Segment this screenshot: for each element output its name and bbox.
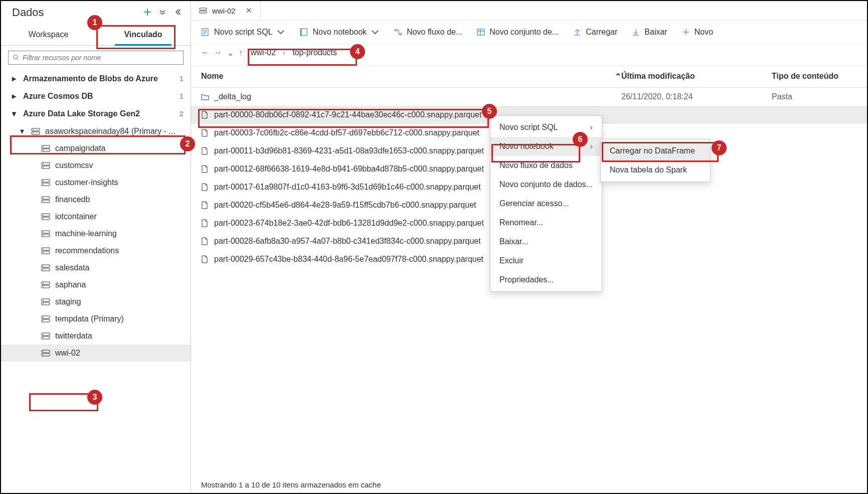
nav-up-icon[interactable]: ↑ bbox=[239, 48, 243, 58]
container-icon bbox=[41, 145, 50, 152]
tree-group[interactable]: ▸Azure Cosmos DB1 bbox=[1, 87, 191, 105]
tree-container[interactable]: staging bbox=[1, 293, 191, 310]
svg-point-40 bbox=[43, 286, 44, 287]
new-dataset-label: Novo conjunto de... bbox=[489, 28, 559, 37]
context-menu-label: Novo fluxo de dados bbox=[499, 161, 573, 170]
file-name: part-00011-b3d96b81-8369-4231-a5d1-08a93… bbox=[214, 146, 484, 155]
context-menu-item[interactable]: Baixar... bbox=[490, 232, 602, 251]
collapse-panel-icon[interactable] bbox=[173, 8, 182, 18]
tree-container[interactable]: tempdata (Primary) bbox=[1, 310, 191, 327]
tree-container-label: customer-insights bbox=[55, 178, 118, 187]
breadcrumb-leaf[interactable]: top-products bbox=[292, 48, 337, 57]
tab-linked[interactable]: Vinculado bbox=[96, 24, 191, 45]
svg-point-56 bbox=[43, 355, 44, 356]
file-name: part-00012-68f66638-1619-4e8d-b941-69bba… bbox=[214, 164, 484, 174]
tree-container[interactable]: saphana bbox=[1, 276, 191, 293]
context-menu-item[interactable]: Renomear... bbox=[490, 213, 602, 232]
new-label: Novo bbox=[695, 28, 713, 37]
container-icon bbox=[41, 179, 50, 186]
tab-workspace[interactable]: Workspace bbox=[1, 24, 96, 45]
new-dataflow-button[interactable]: Novo fluxo de... bbox=[394, 28, 462, 37]
column-modified[interactable]: Última modificação bbox=[621, 72, 772, 81]
tree-container[interactable]: twitterdata bbox=[1, 327, 191, 345]
tree-storage-account[interactable]: ▾asaworkspaceinaday84 (Primary - ... bbox=[1, 122, 191, 140]
svg-point-61 bbox=[395, 29, 397, 31]
context-menu-label: Propriedades... bbox=[499, 275, 554, 284]
tree-container-label: twitterdata bbox=[55, 332, 92, 341]
tree-container[interactable]: campaigndata bbox=[1, 140, 191, 157]
callout-1: 1 bbox=[87, 15, 102, 30]
column-content-type[interactable]: Tipo de conteúdo bbox=[772, 72, 857, 81]
callout-3: 3 bbox=[87, 390, 102, 405]
linked-tree: ▸Armazenamento de Blobs do Azure1▸Azure … bbox=[1, 70, 191, 493]
upload-button[interactable]: Carregar bbox=[573, 28, 617, 37]
breadcrumb-root[interactable]: wwi-02 bbox=[251, 48, 276, 57]
tree-group[interactable]: ▸Armazenamento de Blobs do Azure1 bbox=[1, 70, 191, 87]
tree-container[interactable]: machine-learning bbox=[1, 225, 191, 242]
nav-history-icon[interactable]: ⌄ bbox=[227, 48, 234, 58]
tree-group[interactable]: ▾Azure Data Lake Storage Gen22 bbox=[1, 105, 191, 122]
context-submenu-item[interactable]: Nova tabela do Spark bbox=[601, 160, 710, 180]
context-menu-item[interactable]: Propriedades... bbox=[490, 270, 602, 289]
download-button[interactable]: Baixar bbox=[631, 28, 667, 37]
tree-container[interactable]: financedb bbox=[1, 191, 191, 208]
close-icon[interactable]: ✕ bbox=[246, 6, 252, 15]
svg-point-62 bbox=[400, 33, 402, 35]
tree-container[interactable]: salesdata bbox=[1, 259, 191, 276]
container-icon bbox=[41, 213, 50, 220]
file-icon bbox=[201, 237, 209, 245]
new-dataflow-label: Novo fluxo de... bbox=[407, 28, 462, 37]
tree-container[interactable]: iotcontainer bbox=[1, 208, 191, 225]
svg-point-31 bbox=[43, 249, 44, 250]
new-notebook-button[interactable]: Novo notebook bbox=[299, 28, 380, 37]
tree-group-label: Azure Cosmos DB bbox=[23, 92, 93, 101]
tree-container[interactable]: wwi-02 bbox=[1, 345, 191, 362]
upload-icon bbox=[573, 28, 582, 37]
add-icon[interactable] bbox=[143, 8, 151, 18]
tree-container[interactable]: recommendations bbox=[1, 242, 191, 259]
nav-forward-icon[interactable]: → bbox=[214, 48, 222, 58]
document-tab-bar: wwi-02 ✕ bbox=[191, 1, 867, 21]
file-grid-header: Nome⌃ Última modificação Tipo de conteúd… bbox=[191, 66, 867, 88]
svg-point-3 bbox=[33, 129, 34, 130]
tree-container[interactable]: customcsv bbox=[1, 157, 191, 174]
new-sql-script-button[interactable]: Novo script SQL bbox=[201, 28, 285, 37]
new-dataset-button[interactable]: Novo conjunto de... bbox=[476, 28, 559, 37]
tree-group-count: 2 bbox=[177, 109, 184, 118]
tree-container-label: iotcontainer bbox=[55, 212, 97, 221]
svg-rect-60 bbox=[301, 29, 307, 36]
context-submenu-item[interactable]: Carregar no DataFrame bbox=[601, 141, 710, 160]
context-menu-label: Renomear... bbox=[499, 218, 543, 227]
container-icon bbox=[41, 333, 50, 340]
callout-4: 4 bbox=[350, 44, 365, 59]
flow-icon bbox=[394, 28, 403, 37]
svg-point-48 bbox=[43, 320, 44, 321]
container-icon bbox=[41, 247, 50, 254]
filter-resources-input[interactable] bbox=[23, 54, 179, 62]
file-row[interactable]: _delta_log26/11/2020, 0:18:24Pasta bbox=[191, 88, 867, 106]
file-name: part-00020-cf5b45e6-d864-4e28-9a59-f15ff… bbox=[214, 201, 476, 210]
expand-all-icon[interactable] bbox=[158, 8, 166, 18]
filter-resources-input-wrap[interactable] bbox=[8, 51, 184, 65]
tree-container[interactable]: customer-insights bbox=[1, 174, 191, 191]
file-name: part-00028-6afb8a30-a957-4a07-b8b0-c341e… bbox=[214, 237, 481, 246]
new-button[interactable]: Novo bbox=[681, 28, 713, 37]
context-menu-item[interactable]: Novo fluxo de dados bbox=[490, 156, 602, 175]
breadcrumb: wwi-02 › top-products bbox=[249, 47, 339, 58]
tree-container-label: wwi-02 bbox=[55, 349, 80, 358]
chevron-right-icon: › bbox=[283, 48, 285, 57]
callout-7: 7 bbox=[712, 140, 727, 155]
column-name[interactable]: Nome⌃ bbox=[201, 72, 621, 81]
svg-point-52 bbox=[43, 338, 44, 339]
upload-label: Carregar bbox=[586, 28, 617, 37]
nav-back-icon[interactable]: ← bbox=[201, 48, 209, 58]
container-icon bbox=[41, 196, 50, 203]
svg-rect-63 bbox=[477, 29, 484, 35]
download-label: Baixar bbox=[644, 28, 667, 37]
toolbar: Novo script SQL Novo notebook Novo fluxo… bbox=[191, 21, 867, 44]
document-tab-wwi02[interactable]: wwi-02 ✕ bbox=[191, 1, 261, 20]
context-menu-item[interactable]: Novo conjunto de dados... bbox=[490, 175, 602, 194]
context-menu-item[interactable]: Gerenciar acesso... bbox=[490, 194, 602, 213]
context-menu-item[interactable]: Excluir bbox=[490, 251, 602, 270]
file-name: part-00000-80db06cf-0892-41c7-9c21-44bae… bbox=[214, 110, 481, 119]
